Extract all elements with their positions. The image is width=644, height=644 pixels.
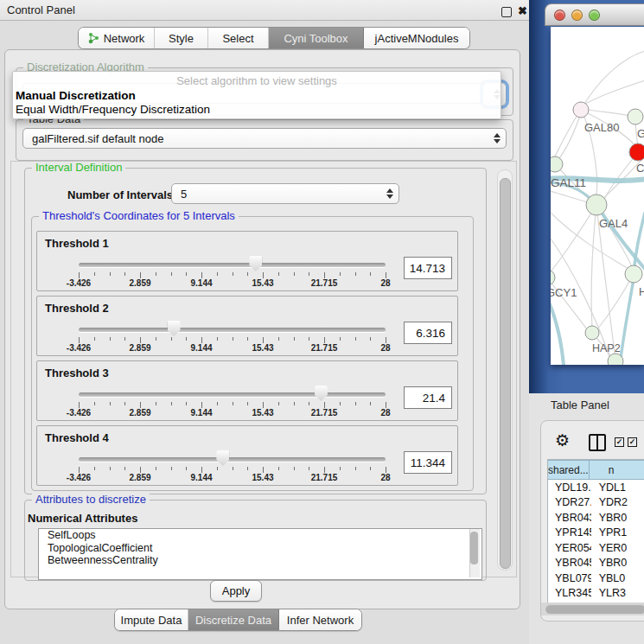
column-header[interactable]: shared... xyxy=(548,460,590,480)
table-header-row: shared...n xyxy=(548,460,644,480)
node-attribute-table[interactable]: shared...nYDL19...YDL1YDR27...YDR2YBR043… xyxy=(547,459,644,603)
minimize-traffic-icon[interactable] xyxy=(571,10,583,21)
list-item[interactable]: SelfLoops xyxy=(39,529,481,542)
float-window-icon[interactable] xyxy=(501,7,512,17)
node-label: C xyxy=(636,162,644,175)
zoom-traffic-icon[interactable] xyxy=(589,10,600,21)
table-hscrollbar-thumb[interactable] xyxy=(545,604,644,614)
top-right-node[interactable] xyxy=(628,109,643,124)
tab-style[interactable]: Style xyxy=(155,28,208,48)
threshold-value-box[interactable]: 14.713 xyxy=(404,257,452,279)
tick-label: 9.144 xyxy=(182,473,220,482)
slider-handle[interactable] xyxy=(216,450,229,466)
tab-infer-network[interactable]: Infer Network xyxy=(279,609,361,630)
algorithm-option[interactable]: Equal Width/Frequency Discretization xyxy=(16,103,210,116)
red-node[interactable] xyxy=(629,143,644,161)
bottom-node[interactable] xyxy=(608,354,623,365)
tab-label: jActiveMNodules xyxy=(375,32,459,45)
tab-select[interactable]: Select xyxy=(208,28,269,48)
numerical-attributes-listbox[interactable]: SelfLoopsTopologicalCoefficientBetweenne… xyxy=(38,528,482,580)
bottom-tab-bar: Impute DataDiscretize DataInfer Network xyxy=(114,609,362,631)
hap2-node[interactable] xyxy=(585,326,599,340)
listbox-scrollbar-thumb[interactable] xyxy=(470,532,478,564)
tab-label: Infer Network xyxy=(287,614,354,627)
table-cell: YPR145W xyxy=(548,526,591,541)
close-traffic-icon[interactable] xyxy=(554,10,565,21)
panel-scrollbar-thumb[interactable] xyxy=(500,178,511,569)
tab-discretize-data[interactable]: Discretize Data xyxy=(188,609,279,630)
slider-track[interactable] xyxy=(79,457,386,462)
slider-tick xyxy=(156,272,156,276)
slider-tick xyxy=(340,467,341,470)
gear-icon[interactable]: ⚙ xyxy=(555,432,570,449)
slider-tick xyxy=(370,272,371,276)
slider-track[interactable] xyxy=(79,328,386,332)
slider-tick xyxy=(324,402,325,408)
node-label: GAL80 xyxy=(584,121,619,134)
number-of-intervals-combobox[interactable]: 5 xyxy=(171,183,399,204)
threshold-box: Threshold 1-3.4262.8599.14415.4321.71528… xyxy=(36,231,458,291)
table-row[interactable]: YDL19...YDL1 xyxy=(548,480,644,495)
algorithm-placeholder-text: Select algorithm to view settings xyxy=(13,74,501,87)
table-row[interactable]: YDR27...YDR2 xyxy=(548,495,644,511)
tab-impute-data[interactable]: Impute Data xyxy=(115,609,188,630)
table-row[interactable]: YBR045CYBR0 xyxy=(548,556,644,571)
list-item[interactable]: TopologicalCoefficient xyxy=(39,542,481,555)
algorithm-option[interactable]: Manual Discretization xyxy=(16,89,136,102)
screenshot-root: Control Panel ✖ NetworkStyleSelectCyni T… xyxy=(0,0,644,644)
h-node[interactable] xyxy=(625,265,642,283)
tab-cyni-toolbox[interactable]: Cyni Toolbox xyxy=(269,28,364,48)
network-window-titlebar[interactable] xyxy=(545,3,644,26)
tick-label: -3.426 xyxy=(60,343,98,353)
network-view-canvas[interactable]: GAL80GACGAL11GAL4GCY1HHAP2 xyxy=(551,27,644,365)
attributes-group-label: Attributes to discretize xyxy=(32,494,150,506)
slider-tick xyxy=(294,272,295,276)
tick-label: 15.43 xyxy=(244,473,282,482)
gcy1-node[interactable] xyxy=(551,270,555,285)
tab-network[interactable]: Network xyxy=(79,28,155,48)
table-row[interactable]: YLR345WYLR3 xyxy=(548,586,644,602)
slider-tick xyxy=(340,272,341,276)
table-row[interactable]: YBR043CYBR0 xyxy=(548,510,644,526)
table-row[interactable]: YPR145WYPR1 xyxy=(548,526,644,541)
interval-definition-label: Interval Definition xyxy=(32,162,125,174)
tab-jactivemnodules[interactable]: jActiveMNodules xyxy=(364,28,469,48)
slider-tick xyxy=(171,467,172,470)
close-icon[interactable]: ✖ xyxy=(518,4,527,17)
slider-handle[interactable] xyxy=(249,256,262,271)
slider-handle[interactable] xyxy=(315,386,328,401)
column-header[interactable]: n xyxy=(590,460,644,480)
threshold-value-box[interactable]: 21.4 xyxy=(404,386,452,409)
slider-handle[interactable] xyxy=(168,321,181,336)
threshold-label: Threshold 4 xyxy=(45,431,109,444)
tab-label: Select xyxy=(222,32,253,45)
tick-label: 9.144 xyxy=(182,343,220,353)
table-data-combobox[interactable]: galFiltered.sif default node xyxy=(22,128,507,149)
threshold-value-box[interactable]: 6.316 xyxy=(404,322,452,344)
slider-tick xyxy=(140,272,141,278)
split-columns-icon[interactable] xyxy=(589,434,606,451)
gal11-node[interactable] xyxy=(551,156,563,172)
slider-tick xyxy=(309,337,309,341)
tick-label: 15.43 xyxy=(244,408,282,418)
slider-track[interactable] xyxy=(79,263,386,267)
slider-tick xyxy=(171,337,172,341)
apply-button[interactable]: Apply xyxy=(210,580,262,602)
slider-tick xyxy=(324,467,325,473)
checkbox-icon[interactable]: ✓ xyxy=(628,437,637,447)
slider-tick xyxy=(340,337,341,341)
node-label: H xyxy=(639,285,644,298)
checkbox-icon[interactable]: ✓ xyxy=(615,437,624,447)
slider-tick xyxy=(355,337,356,341)
gal4-node[interactable] xyxy=(586,194,607,215)
table-row[interactable]: YBL079WYBL0 xyxy=(548,571,644,586)
table-cell: YBR045C xyxy=(548,556,591,571)
table-panel-title: Table Panel xyxy=(551,399,609,411)
threshold-value-box[interactable]: 11.344 xyxy=(404,451,452,474)
table-row[interactable]: YER054CYER0 xyxy=(548,540,644,556)
slider-track[interactable] xyxy=(79,392,386,397)
number-of-intervals-label: Number of Intervals xyxy=(67,188,173,201)
gal80-node[interactable] xyxy=(573,102,589,118)
slider-tick xyxy=(263,337,264,343)
list-item[interactable]: BetweennessCentrality xyxy=(39,554,481,567)
